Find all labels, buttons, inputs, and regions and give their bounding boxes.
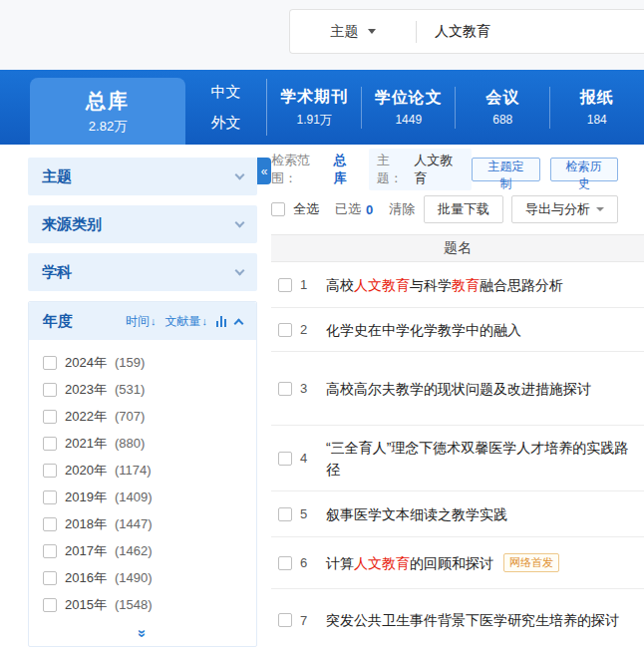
year-label: 2018年 bbox=[65, 515, 107, 533]
title-column-header: 题名 bbox=[444, 239, 472, 257]
nav-tab-count: 688 bbox=[492, 113, 512, 127]
double-chevron-down-icon: » bbox=[135, 629, 152, 637]
scope-value: 总库 bbox=[334, 152, 359, 187]
export-analyze-button[interactable]: 导出与分析 bbox=[511, 195, 618, 223]
topic-value: 人文教育 bbox=[414, 152, 464, 187]
export-analyze-label: 导出与分析 bbox=[525, 200, 590, 218]
topic-condition-chip: 主题： 人文教育 bbox=[369, 149, 473, 190]
filter-group-source-type[interactable]: 来源类别 bbox=[28, 205, 257, 243]
selected-count: 0 bbox=[366, 202, 373, 217]
year-filter-item[interactable]: 2020年(1174) bbox=[29, 457, 256, 484]
year-filter-item[interactable]: 2022年(707) bbox=[29, 403, 256, 430]
result-checkbox[interactable] bbox=[278, 507, 292, 521]
nav-tab-journal[interactable]: 学术期刊1.91万 bbox=[267, 70, 362, 145]
year-filter-item[interactable]: 2021年(880) bbox=[29, 430, 256, 457]
year-filter-item[interactable]: 2018年(1447) bbox=[29, 510, 256, 537]
chevron-down-icon bbox=[235, 265, 245, 275]
lang-foreign[interactable]: 外文 bbox=[211, 114, 241, 133]
filter-group-subject[interactable]: 学科 bbox=[28, 253, 257, 291]
sort-by-time[interactable]: 时间 ↓ bbox=[126, 313, 157, 330]
year-filter-item[interactable]: 2015年(1548) bbox=[29, 591, 256, 618]
result-row: 1高校人文教育与科学教育融合思路分析 bbox=[271, 262, 644, 308]
year-checkbox[interactable] bbox=[43, 410, 57, 424]
nav-tab-label: 会议 bbox=[485, 88, 519, 109]
result-title-link[interactable]: 计算人文教育的回顾和探讨 bbox=[326, 552, 493, 574]
year-filter-item[interactable]: 2016年(1490) bbox=[29, 564, 256, 591]
result-row: 2化学史在中学化学教学中的融入 bbox=[271, 308, 644, 352]
year-checkbox[interactable] bbox=[43, 437, 57, 451]
sort-desc-icon: ↓ bbox=[202, 315, 208, 327]
nav-tab-newspaper[interactable]: 报纸184 bbox=[550, 70, 644, 145]
result-title-link[interactable]: 化学史在中学化学教学中的融入 bbox=[326, 319, 521, 341]
year-checkbox[interactable] bbox=[43, 383, 57, 397]
filter-group-label: 学科 bbox=[42, 263, 72, 282]
result-number: 5 bbox=[300, 506, 314, 521]
expand-more-button[interactable]: » bbox=[29, 620, 256, 646]
highlighted-keyword: 人文教育 bbox=[354, 555, 410, 571]
year-label: 2017年 bbox=[65, 542, 107, 560]
content-area: 主题 来源类别 学科 年度 时间 ↓ bbox=[0, 145, 644, 650]
chevron-up-icon bbox=[234, 318, 244, 328]
year-checkbox[interactable] bbox=[43, 598, 57, 612]
result-checkbox[interactable] bbox=[278, 323, 292, 337]
year-filter-list: 2024年(159)2023年(531)2022年(707)2021年(880)… bbox=[29, 340, 256, 620]
bar-chart-icon[interactable] bbox=[216, 316, 226, 327]
total-label: 总库 bbox=[86, 88, 130, 115]
year-filter-item[interactable]: 2019年(1409) bbox=[29, 484, 256, 510]
collapse-sidebar-button[interactable]: « bbox=[257, 158, 271, 184]
nav-tab-thesis[interactable]: 学位论文1449 bbox=[362, 70, 457, 145]
chevron-down-icon bbox=[596, 207, 604, 211]
highlighted-keyword: 教育 bbox=[452, 277, 480, 293]
batch-download-button[interactable]: 批量下载 bbox=[424, 195, 503, 223]
lang-chinese[interactable]: 中文 bbox=[211, 83, 241, 102]
selection-toolbar: 全选 已选 0 清除 批量下载 导出与分析 bbox=[271, 194, 644, 224]
result-checkbox[interactable] bbox=[278, 382, 292, 396]
result-checkbox[interactable] bbox=[278, 556, 292, 570]
filter-group-label: 年度 bbox=[43, 312, 73, 331]
year-count: (1174) bbox=[115, 463, 152, 478]
filter-group-year[interactable]: 年度 时间 ↓ 文献量 ↓ bbox=[29, 302, 256, 340]
year-checkbox[interactable] bbox=[43, 464, 57, 478]
search-field-selector[interactable]: 主题 bbox=[290, 10, 416, 53]
nav-tab-conference[interactable]: 会议688 bbox=[456, 70, 550, 145]
result-row: 7突发公共卫生事件背景下医学研究生培养的探讨 bbox=[271, 589, 644, 650]
nav-tab-label: 报纸 bbox=[580, 88, 614, 109]
language-switch: 中文 外文 bbox=[185, 79, 267, 136]
year-checkbox[interactable] bbox=[43, 356, 57, 370]
filter-group-topic[interactable]: 主题 bbox=[28, 158, 257, 195]
year-filter-item[interactable]: 2023年(531) bbox=[29, 376, 256, 403]
year-count: (1409) bbox=[115, 489, 153, 504]
year-count: (1490) bbox=[115, 570, 153, 585]
result-row: 4“三全育人”理念下德术双馨医学人才培养的实践路径 bbox=[271, 426, 644, 491]
sort-by-count[interactable]: 文献量 ↓ bbox=[165, 313, 208, 330]
result-title-link[interactable]: 叙事医学文本细读之教学实践 bbox=[326, 503, 507, 525]
year-checkbox[interactable] bbox=[43, 544, 57, 558]
highlighted-keyword: 人文教育 bbox=[354, 277, 410, 293]
result-title-link[interactable]: 高校人文教育与科学教育融合思路分析 bbox=[326, 274, 563, 296]
nav-tab-total[interactable]: 总库 2.82万 bbox=[30, 78, 185, 145]
year-checkbox[interactable] bbox=[43, 517, 57, 531]
result-checkbox[interactable] bbox=[278, 278, 292, 292]
result-title-link[interactable]: 突发公共卫生事件背景下医学研究生培养的探讨 bbox=[326, 609, 619, 631]
filter-group-year-panel: 年度 时间 ↓ 文献量 ↓ 2024年(159)202 bbox=[28, 301, 257, 647]
top-search-bar: 主题 bbox=[0, 0, 644, 70]
select-all-checkbox[interactable] bbox=[271, 202, 285, 216]
nav-tab-count: 184 bbox=[587, 113, 607, 127]
clear-selection-button[interactable]: 清除 bbox=[389, 200, 415, 218]
year-checkbox[interactable] bbox=[43, 571, 57, 585]
year-checkbox[interactable] bbox=[43, 490, 57, 504]
year-filter-item[interactable]: 2024年(159) bbox=[29, 349, 256, 376]
sort-count-label: 文献量 bbox=[165, 313, 201, 330]
year-filter-item[interactable]: 2017年(1462) bbox=[29, 537, 256, 564]
result-checkbox[interactable] bbox=[278, 452, 292, 466]
search-history-button[interactable]: 检索历史 bbox=[550, 158, 618, 181]
result-checkbox[interactable] bbox=[278, 613, 292, 627]
topic-customize-button[interactable]: 主题定制 bbox=[472, 158, 539, 181]
result-title-link[interactable]: 高校高尔夫教学的现状问题及改进措施探讨 bbox=[326, 378, 591, 400]
year-count: (159) bbox=[115, 355, 145, 370]
year-label: 2023年 bbox=[65, 381, 107, 399]
search-input[interactable] bbox=[417, 10, 644, 53]
result-title-link[interactable]: “三全育人”理念下德术双馨医学人才培养的实践路径 bbox=[326, 437, 637, 481]
nav-tab-count: 1.91万 bbox=[297, 112, 332, 129]
year-label: 2016年 bbox=[65, 569, 107, 587]
